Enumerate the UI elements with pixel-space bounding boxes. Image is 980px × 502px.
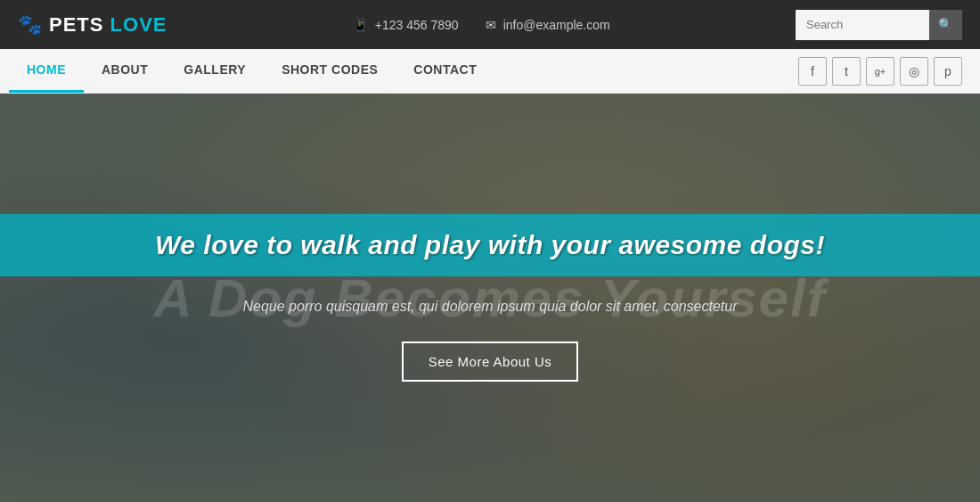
rss-icon: ◎	[909, 64, 919, 78]
logo-icon: 🐾	[18, 13, 42, 37]
logo-text: PETS LOVE	[49, 13, 167, 37]
google-plus-icon: g+	[875, 66, 886, 77]
phone-icon: 📱	[353, 18, 368, 32]
nav-item-gallery[interactable]: GALLERY	[166, 49, 264, 93]
hero-cta-label: See More About Us	[429, 354, 552, 369]
hero-title: We love to walk and play with your aweso…	[53, 230, 927, 260]
header-contact-info: 📱 +123 456 7890 ✉ info@example.com	[353, 18, 610, 32]
twitter-button[interactable]: t	[832, 57, 861, 86]
email-info: ✉ info@example.com	[486, 18, 610, 32]
search-button[interactable]: 🔍	[929, 10, 962, 40]
search-bar: 🔍	[796, 10, 962, 40]
search-input[interactable]	[796, 10, 929, 40]
site-header: 🐾 PETS LOVE 📱 +123 456 7890 ✉ info@examp…	[0, 0, 980, 49]
nav-item-about[interactable]: ABOUT	[84, 49, 166, 93]
nav-item-contact[interactable]: CONTACT	[396, 49, 494, 93]
twitter-icon: t	[845, 64, 848, 78]
main-nav: HOME ABOUT GALLERY SHORT CODES CONTACT f…	[0, 49, 980, 94]
nav-links: HOME ABOUT GALLERY SHORT CODES CONTACT	[9, 49, 494, 93]
pinterest-icon: p	[944, 64, 951, 78]
search-icon: 🔍	[938, 18, 953, 31]
email-address: info@example.com	[503, 18, 610, 32]
hero-banner: We love to walk and play with your aweso…	[0, 214, 980, 276]
hero-content: We love to walk and play with your aweso…	[0, 94, 980, 502]
phone-number: +123 456 7890	[375, 18, 459, 32]
email-icon: ✉	[486, 18, 496, 32]
nav-item-short-codes[interactable]: SHORT CODES	[264, 49, 396, 93]
hero-cta-button[interactable]: See More About Us	[402, 342, 579, 382]
hero-section: A Dog Becomes Yourself We love to walk a…	[0, 94, 980, 502]
facebook-icon: f	[811, 64, 814, 78]
hero-subtitle: Neque porro quisquam est, qui dolorem ip…	[243, 299, 738, 315]
facebook-button[interactable]: f	[798, 57, 827, 86]
google-plus-button[interactable]: g+	[866, 57, 894, 86]
social-links: f t g+ ◎ p	[789, 49, 971, 93]
rss-button[interactable]: ◎	[900, 57, 928, 86]
logo[interactable]: 🐾 PETS LOVE	[18, 13, 167, 37]
phone-info: 📱 +123 456 7890	[353, 18, 459, 32]
nav-item-home[interactable]: HOME	[9, 49, 84, 93]
pinterest-button[interactable]: p	[934, 57, 962, 86]
